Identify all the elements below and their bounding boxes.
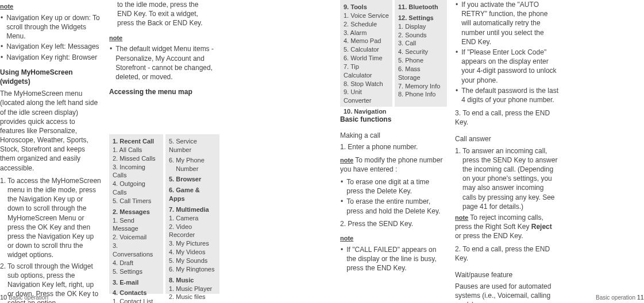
column-4-wrap: 9. Tools 1. Voice Service 2. Schedule 3.… <box>340 0 447 303</box>
menu-item: 4. Outgoing Calls <box>113 180 160 197</box>
column-1: note Navigation Key up or down: To scrol… <box>0 0 101 303</box>
bullet-item: Navigation Key right: Browser <box>0 53 101 62</box>
menu-title: 1. Recent Call <box>113 137 160 146</box>
paragraph: The MyHomeScreen menu (located along the… <box>0 89 101 173</box>
menu-title: 11. Bluetooth <box>398 3 444 11</box>
menu-col-left: 1. Recent Call 1. All Calls 2. Missed Ca… <box>109 134 163 294</box>
spacer <box>222 0 332 303</box>
menu-title: 7. Multimedia <box>169 205 216 214</box>
num-item: 1.To access the MyHomeScreen menu in the… <box>0 176 101 260</box>
menu-item: 8. Stop Watch <box>344 80 389 88</box>
footer-left: 10 Basic operation <box>0 293 48 302</box>
menu-item: 4. My Videos <box>169 248 216 257</box>
paragraph: 1. Enter a phone number. <box>340 142 447 152</box>
menu-item: 3. My Pictures <box>169 239 216 248</box>
menu-title: 12. Settings <box>398 14 444 22</box>
menu-item: 3. Alarm <box>344 29 389 37</box>
menu-item: 2. Sounds <box>398 31 444 40</box>
page-number: 11 <box>637 294 644 301</box>
footer-text: Basic operation <box>596 294 635 301</box>
footer-text: Basic operation <box>9 294 48 301</box>
menu-item: 6. Mass Storage <box>398 65 444 82</box>
menu-item: 7. Memory Info <box>398 82 444 91</box>
menu-title: 4. Contacts <box>113 289 160 297</box>
menu-item: 5. Call Timers <box>113 197 160 205</box>
footer-right: Basic operation 11 <box>596 293 644 302</box>
menu-item: 1. Display <box>398 22 444 31</box>
menu-title: 8. Music <box>169 276 216 285</box>
menu-item: 5. Calculator <box>344 45 389 54</box>
menu-item: 1. Music Player <box>169 285 216 293</box>
menu-item: 2. Voicemail <box>113 233 160 242</box>
column-5: If you activate the "AUTO RETRY" functio… <box>455 0 558 303</box>
menu-item: 5. Phone <box>398 56 444 65</box>
bullet-item: To erase one digit at a time press the D… <box>340 177 447 196</box>
menu-col-left-2: 9. Tools 1. Voice Service 2. Schedule 3.… <box>340 0 392 107</box>
bullet-item: If you activate the "AUTO RETRY" functio… <box>455 0 558 46</box>
menu-item: 1. Send Message <box>113 216 160 234</box>
menu-item: 3. Call <box>398 39 444 48</box>
note-label: note <box>109 34 214 42</box>
bullet-item: To erase the entire number, press and ho… <box>340 197 447 215</box>
page-spread: note Navigation Key up or down: To scrol… <box>0 0 644 303</box>
note-label: note <box>0 2 101 11</box>
menu-map-box-1: 1. Recent Call 1. All Calls 2. Missed Ca… <box>109 134 219 294</box>
menu-item: 6. World Time <box>344 54 389 63</box>
paragraph-continuation: to the idle mode, press the END Key. To … <box>109 0 214 28</box>
menu-item: 2. Music files <box>169 293 216 301</box>
heading-menu-map: Accessing the menu map <box>109 87 214 96</box>
menu-item: 2. Missed Calls <box>113 154 160 163</box>
menu-item: 1. Camera <box>169 214 216 223</box>
menu-item: 1. Contact List <box>113 297 160 303</box>
note-inline: note <box>455 214 468 221</box>
menu-item: 6. My Ringtones <box>169 265 216 274</box>
menu-title: 6. Game & Apps <box>169 186 216 203</box>
paragraph: note To reject incoming calls, press the… <box>455 213 558 241</box>
menu-col-right: 5. Service Number 6. My Phone Number 5. … <box>165 134 219 294</box>
menu-item: 4. Memo Pad <box>344 37 389 45</box>
bullet-item: If "CALL FAILED" appears on the display … <box>340 245 447 273</box>
menu-item: 9. Unit Converter <box>344 88 389 105</box>
note-inline: note <box>340 157 353 164</box>
page-number: 10 <box>0 294 7 301</box>
bullet-item: The default password is the last 4 digit… <box>455 86 558 104</box>
menu-item: 2. Video Recorder <box>169 223 216 240</box>
menu-title: 9. Tools <box>344 3 389 11</box>
paragraph: 2. To end a call, press the END Key. <box>455 244 558 263</box>
menu-item: 4. Draft <box>113 259 160 267</box>
bullet-item: The default widget Menu items - Personal… <box>109 44 214 81</box>
menu-title: 3. E-mail <box>113 278 160 287</box>
menu-item: 7. Tip Calculator <box>344 63 389 80</box>
menu-col-right-2: 11. Bluetooth 12. Settings 1. Display 2.… <box>395 0 447 107</box>
subheading-making-call: Making a call <box>340 131 447 140</box>
subheading-wait-pause: Wait/pause feature <box>455 270 558 279</box>
paragraph: Pauses are used for automated systems (i… <box>455 282 558 303</box>
menu-item: 2. Schedule <box>344 20 389 29</box>
paragraph: 3. To end a call, press the END Key. <box>455 108 558 127</box>
menu-item: 8. Phone Info <box>398 90 444 99</box>
menu-item: 1. Voice Service <box>344 11 389 20</box>
paragraph: note To modify the phone number you have… <box>340 156 447 174</box>
heading-basic-functions: Basic functions <box>340 115 447 124</box>
menu-map-box-2: 9. Tools 1. Voice Service 2. Schedule 3.… <box>340 0 447 107</box>
menu-title: 2. Messages <box>113 208 160 216</box>
menu-item: 3. Conversations <box>113 242 160 259</box>
bullet-item: Navigation Key left: Messages <box>0 42 101 51</box>
menu-item: 6. My Phone Number <box>169 156 216 173</box>
note-label: note <box>340 234 447 243</box>
menu-item: 3. Incoming Calls <box>113 163 160 180</box>
menu-item: 4. Security <box>398 48 444 56</box>
paragraph: 2. Press the SEND Key. <box>340 219 447 228</box>
bullet-item: If "Please Enter Lock Code" appears on t… <box>455 48 558 85</box>
subheading-call-answer: Call answer <box>455 134 558 143</box>
menu-item: 1. All Calls <box>113 146 160 154</box>
bullet-item: Navigation Key up or down: To scroll thr… <box>0 13 101 41</box>
menu-item: 5. Settings <box>113 267 160 276</box>
menu-item: 5. My Sounds <box>169 257 216 265</box>
menu-item: 5. Service Number <box>169 137 216 154</box>
heading-widgets: Using MyHomeScreen (widgets) <box>0 68 101 86</box>
num-item: 1.To answer an incoming call, press the … <box>455 146 558 211</box>
menu-title: 5. Browser <box>169 175 216 184</box>
